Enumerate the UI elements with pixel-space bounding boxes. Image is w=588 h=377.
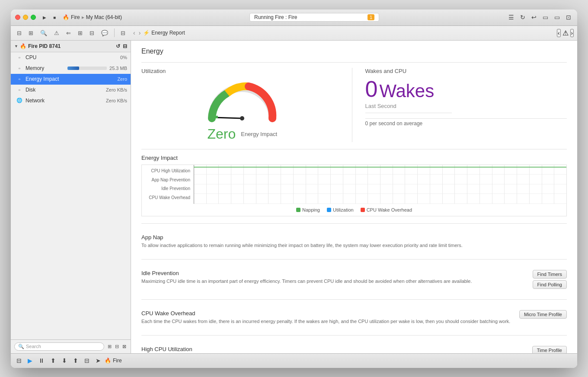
- search-box[interactable]: 🔍 Search: [14, 342, 104, 351]
- chart-col: [517, 165, 529, 204]
- chart-grid-inner: [194, 165, 566, 204]
- cpu-wake-section: CPU Wake Overhead Each time the CPU wake…: [141, 305, 567, 330]
- memory-bar-fill: [67, 67, 79, 70]
- step-out-button[interactable]: ⬆: [71, 356, 80, 365]
- footer-detail-button[interactable]: ⊠: [121, 343, 127, 350]
- napping-label: Napping: [302, 207, 320, 212]
- micro-time-profile-button[interactable]: Micro Time Profile: [519, 310, 567, 319]
- run-button[interactable]: ▶: [41, 14, 48, 21]
- nav-right-arrow[interactable]: ›: [570, 29, 574, 37]
- breadcrumb-label: Energy Report: [151, 30, 185, 36]
- sidebar-item-memory[interactable]: ▫ Memory 25.3 MB: [11, 63, 131, 74]
- warning-badge: 1: [368, 14, 374, 20]
- chart-col: [330, 165, 343, 204]
- toolbar-separator: [114, 29, 115, 37]
- cpu-wake-dot: [361, 208, 365, 212]
- search-toolbar-button[interactable]: 🔍: [38, 29, 50, 38]
- energy-value: Zero: [117, 76, 127, 82]
- bottom-toolbar: ⊟ ▶ ⏸ ⬆ ⬇ ⬆ ⊟ ➤ 🔥 Fire: [11, 353, 577, 368]
- memory-label: Memory: [26, 65, 65, 71]
- debug-view-button[interactable]: ⊟: [14, 356, 24, 365]
- app-nap-header: App Nap To allow inactive applications t…: [141, 229, 567, 254]
- step-into-button[interactable]: ⬇: [60, 356, 69, 365]
- panel-button[interactable]: ⊟: [118, 29, 128, 38]
- search-icon: 🔍: [18, 344, 24, 349]
- tag-button[interactable]: ⊟: [87, 29, 97, 38]
- sidebar-header: ▼ 🔥 Fire PID 8741 ↺ ⊟: [11, 41, 131, 52]
- memory-icon: ▫: [16, 65, 23, 72]
- footer-list-button[interactable]: ⊟: [114, 343, 120, 350]
- close-button[interactable]: [15, 15, 20, 20]
- warning-toolbar-button[interactable]: ⚠: [51, 29, 62, 38]
- chart-col: [479, 165, 492, 204]
- svg-line-0: [214, 117, 242, 118]
- minimize-button[interactable]: [23, 15, 28, 20]
- utilization-label: Utilization: [141, 68, 166, 74]
- idle-prevention-text: Idle Prevention Maximizing CPU idle time…: [141, 270, 533, 285]
- disk-label: Disk: [26, 87, 106, 93]
- cpu-wake-buttons: Micro Time Profile: [519, 310, 567, 319]
- footer-grid-button[interactable]: ⊞: [107, 343, 112, 350]
- app-nap-title: App Nap: [141, 234, 558, 241]
- wakes-label: Wakes and CPU: [365, 68, 407, 74]
- find-timers-button[interactable]: Find Timers: [533, 270, 567, 279]
- memory-value: 25.3 MB: [109, 66, 127, 71]
- sidebar-footer: 🔍 Search ⊞ ⊟ ⊠: [11, 339, 131, 353]
- refresh-button[interactable]: ↻: [518, 13, 527, 22]
- navigate-button[interactable]: ➤: [93, 356, 103, 365]
- titlebar-right: ☰ ↻ ↩ ▭ ▭ ⊡: [507, 13, 573, 22]
- run-bottom-button[interactable]: ▶: [26, 356, 35, 365]
- view-toggle-button[interactable]: ⊟: [82, 356, 92, 365]
- footer-icons: ⊞ ⊟ ⊠: [107, 343, 127, 350]
- cpu-wake-title: CPU Wake Overhead: [141, 310, 511, 317]
- pause-button[interactable]: ⏸: [36, 356, 47, 365]
- app-nap-desc: To allow inactive applications to remain…: [141, 242, 558, 249]
- nav-left-arrow[interactable]: ‹: [557, 29, 560, 37]
- legend-cpu-wake: CPU Wake Overhead: [361, 207, 412, 212]
- find-polling-button[interactable]: Find Polling: [533, 280, 567, 289]
- layout1-button[interactable]: ▭: [541, 13, 550, 22]
- nav-back-button[interactable]: ‹: [132, 29, 136, 37]
- idle-prevention-buttons: Find Timers Find Polling: [533, 270, 567, 289]
- sidebar-item-energy[interactable]: ▫ Energy Impact Zero: [11, 74, 131, 85]
- chart-col: [454, 165, 467, 204]
- chart-wrapper: CPU High Utilization App Nap Prevention …: [141, 165, 567, 216]
- activity-button[interactable]: ⊞: [26, 29, 36, 38]
- step-over-button[interactable]: ⬆: [48, 356, 58, 365]
- sidebar-disclosure-icon[interactable]: ▼: [14, 44, 18, 48]
- back-forward-button[interactable]: ↩: [530, 13, 538, 22]
- fullscreen-button[interactable]: [31, 15, 36, 20]
- comment-button[interactable]: 💬: [99, 29, 111, 38]
- run-label: Running Fire : Fire: [254, 14, 297, 20]
- breadcrumb-separator: ▸: [82, 14, 84, 20]
- app-subtitle-label: My Mac (64-bit): [86, 14, 122, 20]
- warning-indicator: ⚠: [562, 29, 569, 37]
- divider-top: [141, 62, 567, 63]
- sidebar-item-disk[interactable]: ▫ Disk Zero KB/s: [11, 85, 131, 95]
- sidebar-item-cpu[interactable]: ▫ CPU 0%: [11, 52, 131, 63]
- bookmark-button[interactable]: ⇐: [64, 29, 74, 38]
- time-profile-button[interactable]: Time Profile: [532, 346, 567, 353]
- chart-col: [268, 165, 281, 204]
- layout3-button[interactable]: ⊡: [564, 13, 573, 22]
- chart-col: [442, 165, 455, 204]
- list-view-button[interactable]: ☰: [507, 13, 516, 22]
- chart-col: [206, 165, 219, 204]
- network-label: Network: [26, 98, 106, 104]
- wakes-sublabel: Last Second: [365, 103, 396, 109]
- chart-labels: CPU High Utilization App Nap Prevention …: [142, 165, 194, 204]
- sidebar-toggle-button[interactable]: ⊟: [14, 29, 24, 38]
- titlebar-controls: ▶ ■: [41, 14, 58, 21]
- stop-button[interactable]: ■: [51, 14, 58, 21]
- grid-view-button[interactable]: ⊞: [75, 29, 85, 38]
- wakes-number: 0: [365, 78, 378, 100]
- sidebar-item-network[interactable]: 🌐 Network Zero KB/s: [11, 95, 131, 106]
- energy-label: Energy Impact: [26, 76, 117, 82]
- app-name-label: Fire: [71, 14, 80, 20]
- sidebar-split-icon: ⊟: [123, 43, 127, 49]
- sidebar-header-icons: ↺ ⊟: [116, 43, 127, 49]
- sidebar-reload-icon: ↺: [116, 43, 120, 49]
- nav-forward-button[interactable]: ›: [138, 29, 142, 37]
- wakes-word: Wakes: [379, 82, 434, 100]
- layout2-button[interactable]: ▭: [553, 13, 562, 22]
